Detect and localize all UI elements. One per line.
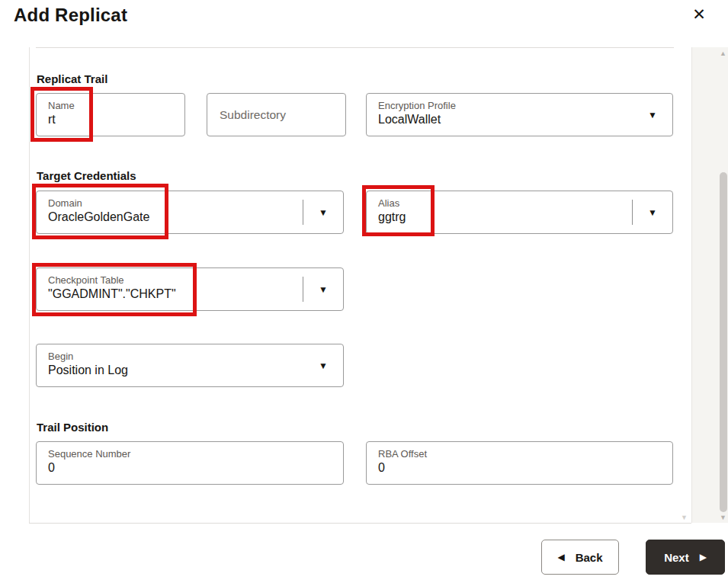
begin-dropdown[interactable]: Begin Position in Log ▼ [36,344,344,387]
subdirectory-field[interactable]: Subdirectory [207,93,346,136]
checkpoint-table-dropdown[interactable]: Checkpoint Table "GGADMINT"."CHKPT" ▼ [36,267,344,311]
checkpoint-table-label: Checkpoint Table [48,274,124,286]
sequence-number-field[interactable]: Sequence Number 0 [36,441,344,485]
encryption-profile-dropdown[interactable]: Encryption Profile LocalWallet ▼ [366,93,673,136]
rba-offset-label: RBA Offset [378,448,427,460]
chevron-down-icon[interactable]: ▼ [633,94,672,136]
rba-offset-field[interactable]: RBA Offset 0 [366,441,673,485]
encryption-profile-label: Encryption Profile [378,100,456,111]
back-button-label: Back [576,551,603,564]
subdirectory-placeholder: Subdirectory [220,94,286,136]
dialog-title: Add Replicat [14,5,127,26]
begin-label: Begin [48,351,73,362]
add-replicat-dialog: Add Replicat ✕ Replicat Trail Name rt Su… [0,0,728,583]
close-icon[interactable]: ✕ [688,4,710,25]
checkpoint-table-value: "GGADMINT"."CHKPT" [48,287,176,302]
inner-scroll-down-icon[interactable]: ▼ [681,514,688,521]
name-field[interactable]: Name rt [36,93,185,136]
domain-dropdown[interactable]: Domain OracleGoldenGate ▼ [36,191,344,234]
sequence-number-value: 0 [48,460,55,476]
next-button-label: Next [664,551,689,564]
alias-value: ggtrg [378,210,406,225]
content-top-divider [36,47,674,48]
next-button[interactable]: Next ▶ [646,540,725,575]
section-label-trail-position: Trail Position [37,421,108,434]
scrollbar-thumb[interactable] [720,172,727,512]
chevron-down-icon[interactable]: ▼ [303,268,343,310]
sequence-number-label: Sequence Number [48,448,130,460]
name-field-value: rt [48,112,56,127]
section-label-target-credentials: Target Credentials [37,169,136,182]
scroll-up-icon[interactable]: ▲ [720,50,726,57]
scroll-down-icon[interactable]: ▼ [720,514,726,521]
content-bottom-divider [29,523,691,524]
domain-label: Domain [48,197,82,209]
content-left-border [29,47,30,523]
chevron-down-icon[interactable]: ▼ [303,344,343,386]
back-button[interactable]: ◀ Back [541,540,619,575]
alias-dropdown[interactable]: Alias ggtrg ▼ [366,191,673,234]
section-label-replicat-trail: Replicat Trail [37,72,107,85]
name-field-label: Name [48,100,75,111]
rba-offset-value: 0 [378,460,385,476]
begin-value: Position in Log [48,363,128,378]
next-arrow-icon: ▶ [700,552,707,562]
alias-label: Alias [378,197,399,209]
encryption-profile-value: LocalWallet [378,112,441,127]
domain-value: OracleGoldenGate [48,210,149,225]
chevron-down-icon[interactable]: ▼ [303,191,343,233]
back-arrow-icon: ◀ [557,552,564,562]
chevron-down-icon[interactable]: ▼ [633,191,672,233]
